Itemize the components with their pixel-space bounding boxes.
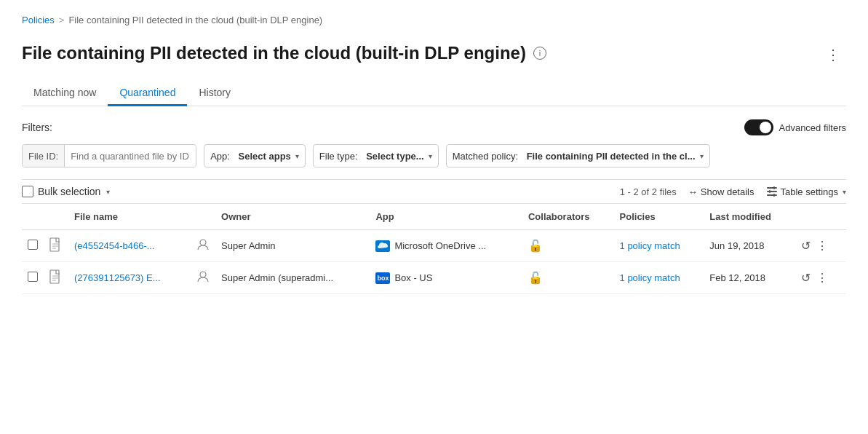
col-checkbox (22, 204, 44, 230)
row1-owner-icon (196, 238, 210, 251)
tab-matching-now[interactable]: Matching now (22, 81, 108, 106)
tabs-container: Matching now Quarantined History (22, 81, 846, 106)
table-settings-icon (766, 186, 778, 197)
file-type-label: File type: (319, 151, 358, 162)
row1-more-button[interactable]: ⋮ (816, 239, 828, 253)
row2-file-name[interactable]: (276391125673) E... (68, 262, 191, 294)
row2-collaborators: 🔓 (522, 262, 614, 294)
matched-policy-value: File containing PII detected in the cl..… (527, 151, 696, 162)
row1-actions: ↺ ⋮ (795, 230, 846, 262)
page-title: File containing PII detected in the clou… (22, 43, 526, 63)
row2-owner-icon (196, 270, 210, 283)
table-settings-chevron-icon: ▾ (843, 188, 846, 196)
table-row: (276391125673) E... Super Admin (superad… (22, 262, 846, 294)
file-count: 1 - 2 of 2 files (620, 186, 677, 197)
row2-policies[interactable]: 1 policy match (614, 262, 704, 294)
row1-policies[interactable]: 1 policy match (614, 230, 704, 262)
advanced-filters-label: Advanced filters (779, 122, 847, 133)
svg-point-15 (200, 272, 206, 277)
bulk-selection-chevron-icon: ▾ (106, 188, 110, 196)
row1-app-name: Microsoft OneDrive ... (394, 240, 486, 251)
show-details-label: Show details (701, 186, 754, 197)
svg-point-10 (200, 240, 206, 245)
filter-controls: File ID: App: Select apps ▾ File type: S… (22, 144, 846, 167)
app-filter[interactable]: App: Select apps ▾ (204, 144, 306, 167)
onedrive-icon (375, 240, 390, 252)
row1-file-name[interactable]: (e4552454-b466-... (68, 230, 191, 262)
matched-policy-filter[interactable]: Matched policy: File containing PII dete… (446, 144, 710, 167)
table-header-row: File name Owner App Collaborators Polici… (22, 204, 846, 230)
matched-policy-select[interactable]: Matched policy: File containing PII dete… (447, 145, 709, 167)
tab-quarantined[interactable]: Quarantined (108, 81, 187, 106)
row2-actions: ↺ ⋮ (795, 262, 846, 294)
svg-rect-0 (767, 187, 777, 189)
filters-label: Filters: (22, 122, 52, 133)
app-filter-value: Select apps (239, 151, 291, 162)
col-policies: Policies (614, 204, 704, 230)
col-app: App (370, 204, 522, 230)
table-row: (e4552454-b466-... Super Admin (22, 230, 846, 262)
col-owner: Owner (215, 204, 370, 230)
svg-rect-4 (769, 190, 771, 193)
col-file-icon (44, 204, 68, 230)
row1-restore-button[interactable]: ↺ (801, 239, 811, 253)
row1-lock-icon: 🔓 (528, 240, 543, 252)
file-id-input[interactable] (65, 145, 196, 167)
breadcrumb: Policies > File containing PII detected … (22, 15, 846, 25)
app-select[interactable]: App: Select apps ▾ (204, 145, 305, 167)
advanced-filters-toggle[interactable]: Advanced filters (744, 119, 847, 135)
svg-rect-6 (50, 238, 59, 251)
more-options-button[interactable]: ⋮ (820, 43, 846, 66)
bulk-checkbox[interactable] (22, 186, 33, 197)
show-details-button[interactable]: ↔ Show details (688, 186, 754, 197)
row2-file-icon-cell (44, 262, 68, 294)
row1-checkbox[interactable] (22, 230, 44, 262)
box-icon: box (375, 272, 390, 284)
page-wrapper: Policies > File containing PII detected … (0, 0, 868, 434)
file-type-filter[interactable]: File type: Select type... ▾ (313, 144, 439, 167)
row2-owner-icon-cell (191, 262, 215, 294)
row1-collaborators: 🔓 (522, 230, 614, 262)
row2-restore-button[interactable]: ↺ (801, 271, 811, 285)
row1-app-cell: Microsoft OneDrive ... (375, 240, 517, 252)
table-settings-button[interactable]: Table settings ▾ (766, 186, 847, 197)
file-type-value: Select type... (366, 151, 423, 162)
bulk-selection-control[interactable]: Bulk selection ▾ (22, 186, 110, 197)
svg-rect-11 (50, 270, 59, 283)
row1-file-icon (49, 237, 63, 252)
file-type-select[interactable]: File type: Select type... ▾ (314, 145, 438, 167)
row1-checkbox-input[interactable] (28, 240, 38, 250)
toolbar-right: 1 - 2 of 2 files ↔ Show details Table se… (620, 186, 846, 197)
breadcrumb-separator: > (59, 15, 65, 25)
bulk-selection-label: Bulk selection (38, 186, 100, 197)
row2-more-button[interactable]: ⋮ (816, 271, 828, 285)
row2-app-cell: box Box - US (375, 272, 517, 284)
tab-history[interactable]: History (187, 81, 242, 106)
row2-owner: Super Admin (superadmi... (215, 262, 370, 294)
svg-rect-3 (773, 186, 775, 189)
row2-last-modified: Feb 12, 2018 (704, 262, 795, 294)
advanced-filters-switch[interactable] (744, 119, 773, 135)
row1-file-icon-cell (44, 230, 68, 262)
breadcrumb-parent[interactable]: Policies (22, 15, 55, 25)
col-owner-icon (191, 204, 215, 230)
info-icon[interactable]: i (533, 47, 546, 60)
show-details-arrows-icon: ↔ (688, 186, 698, 197)
row2-file-icon (49, 269, 63, 284)
app-filter-label: App: (210, 151, 230, 162)
row2-app: box Box - US (370, 262, 522, 294)
col-collaborators: Collaborators (522, 204, 614, 230)
row2-checkbox[interactable] (22, 262, 44, 294)
file-id-label: File ID: (23, 145, 65, 167)
svg-rect-1 (767, 191, 777, 192)
row1-last-modified: Jun 19, 2018 (704, 230, 795, 262)
row1-app: Microsoft OneDrive ... (370, 230, 522, 262)
svg-rect-5 (773, 194, 775, 197)
row2-checkbox-input[interactable] (28, 272, 38, 282)
row1-owner: Super Admin (215, 230, 370, 262)
col-file-name: File name (68, 204, 191, 230)
svg-rect-2 (767, 194, 777, 196)
row2-lock-icon: 🔓 (528, 272, 543, 284)
table-toolbar: Bulk selection ▾ 1 - 2 of 2 files ↔ Show… (22, 179, 846, 204)
app-chevron-icon: ▾ (295, 152, 299, 160)
